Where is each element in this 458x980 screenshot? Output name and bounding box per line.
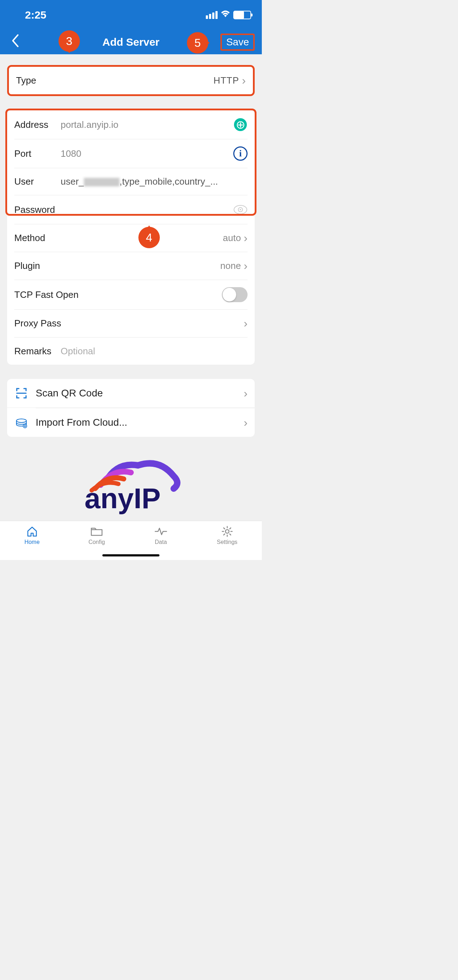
tab-settings[interactable]: Settings: [217, 525, 238, 546]
status-bar: 2:25: [0, 0, 262, 30]
tab-home[interactable]: Home: [24, 525, 40, 546]
wifi-icon: [220, 10, 230, 20]
config-card: Address portal.anyip.io Port 1080 i User…: [7, 110, 255, 364]
status-icons: [206, 10, 251, 20]
chevron-right-icon: ›: [244, 231, 247, 245]
qr-scan-icon: [14, 386, 29, 400]
cloud-import-icon: [14, 415, 29, 430]
annotation-badge-3: 3: [59, 30, 80, 52]
tcp-label: TCP Fast Open: [14, 289, 222, 301]
user-row[interactable]: User user_,type_mobile,country_...: [14, 168, 247, 196]
method-label: Method: [14, 232, 61, 243]
password-row[interactable]: Password: [14, 196, 247, 224]
tab-settings-label: Settings: [217, 539, 238, 546]
proxy-label: Proxy Pass: [14, 318, 244, 329]
plugin-label: Plugin: [14, 260, 61, 271]
battery-icon: [233, 11, 251, 19]
scan-qr-row[interactable]: Scan QR Code ›: [7, 379, 255, 408]
chevron-right-icon: ›: [244, 317, 247, 330]
gear-icon: [221, 525, 233, 538]
annotation-badge-4: 4: [138, 227, 160, 248]
folder-icon: [90, 525, 103, 538]
back-button[interactable]: [7, 33, 23, 51]
tab-home-label: Home: [24, 539, 40, 546]
port-value: 1080: [61, 148, 233, 159]
eye-icon[interactable]: [233, 202, 247, 217]
globe-icon[interactable]: [233, 118, 247, 132]
anyip-logo: anyIP: [67, 455, 195, 519]
remarks-label: Remarks: [14, 346, 61, 357]
import-cloud-row[interactable]: Import From Cloud... ›: [7, 408, 255, 437]
remarks-placeholder: Optional: [61, 346, 247, 357]
svg-point-7: [225, 530, 229, 533]
user-value: user_,type_mobile,country_...: [61, 176, 247, 187]
actions-card: Scan QR Code › Import From Cloud... ›: [7, 379, 255, 437]
port-label: Port: [14, 148, 61, 159]
user-label: User: [14, 176, 61, 187]
scan-qr-label: Scan QR Code: [36, 388, 236, 399]
port-row[interactable]: Port 1080 i: [14, 139, 247, 168]
svg-point-2: [240, 209, 241, 210]
plugin-value: none: [61, 260, 244, 271]
content: Type HTTP › Address portal.anyip.io Port…: [0, 54, 262, 531]
import-cloud-label: Import From Cloud...: [36, 417, 236, 428]
censored-text: [84, 178, 119, 186]
activity-icon: [154, 525, 168, 538]
logo-section: anyIP: [7, 447, 255, 524]
remarks-row[interactable]: Remarks Optional: [14, 337, 247, 364]
status-time: 2:25: [25, 9, 46, 21]
chevron-right-icon: ›: [244, 416, 247, 429]
save-button[interactable]: Save: [220, 33, 255, 51]
tab-data[interactable]: Data: [154, 525, 168, 546]
header: Add Server Save: [0, 30, 262, 54]
home-indicator[interactable]: [102, 554, 159, 557]
type-card: Type HTTP ›: [7, 65, 255, 96]
address-row[interactable]: Address portal.anyip.io: [14, 110, 247, 139]
svg-point-4: [16, 419, 26, 423]
info-icon[interactable]: i: [233, 146, 247, 161]
svg-text:anyIP: anyIP: [84, 482, 160, 514]
chevron-right-icon: ›: [244, 387, 247, 400]
chevron-right-icon: ›: [242, 74, 246, 87]
tab-config-label: Config: [89, 539, 105, 546]
address-value: portal.anyip.io: [61, 119, 233, 130]
home-icon: [26, 525, 38, 538]
tcp-fast-open-row: TCP Fast Open: [14, 280, 247, 310]
tab-data-label: Data: [155, 539, 167, 546]
annotation-badge-5: 5: [187, 32, 208, 54]
page-title: Add Server: [102, 36, 159, 48]
type-label: Type: [16, 75, 62, 86]
address-label: Address: [14, 119, 61, 130]
proxy-pass-row[interactable]: Proxy Pass ›: [14, 310, 247, 337]
type-row[interactable]: Type HTTP ›: [9, 67, 253, 94]
plugin-row[interactable]: Plugin none ›: [14, 252, 247, 280]
tab-config[interactable]: Config: [89, 525, 105, 546]
tcp-toggle[interactable]: [222, 287, 247, 302]
chevron-right-icon: ›: [244, 259, 247, 272]
tab-bar: Home Config Data Settings: [0, 521, 262, 560]
cellular-signal-icon: [206, 11, 217, 19]
type-value: HTTP: [62, 75, 242, 86]
password-label: Password: [14, 204, 55, 215]
method-row[interactable]: Method auto ›: [14, 224, 247, 252]
